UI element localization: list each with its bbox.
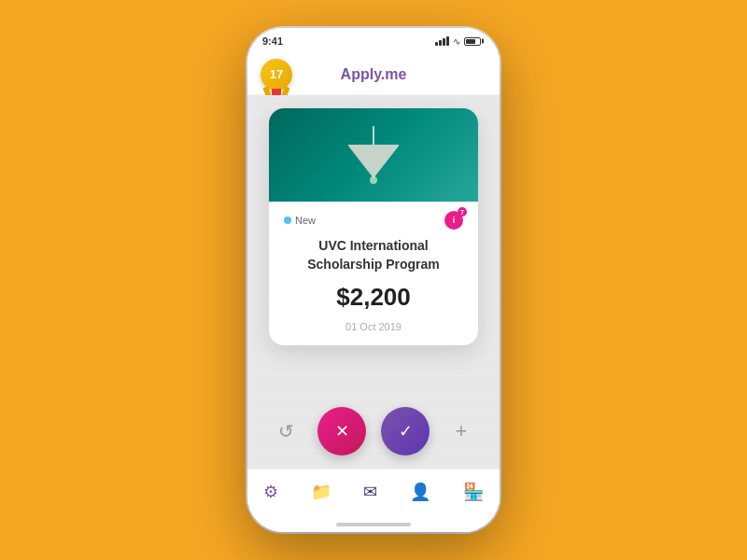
card-image bbox=[269, 108, 478, 202]
status-icons: ∿ bbox=[435, 36, 481, 47]
info-button[interactable]: i bbox=[444, 211, 463, 230]
add-button[interactable]: + bbox=[444, 414, 478, 448]
settings-icon: ⚙ bbox=[263, 482, 278, 502]
accept-button[interactable]: ✓ bbox=[381, 407, 430, 455]
card-date: 01 Oct 2019 bbox=[284, 321, 463, 332]
main-content: New i UVC International Scholarship Prog… bbox=[247, 95, 500, 394]
folder-icon: 📁 bbox=[311, 482, 331, 502]
undo-icon: ↺ bbox=[278, 420, 294, 442]
card-body: New i UVC International Scholarship Prog… bbox=[269, 202, 478, 345]
info-label: i bbox=[453, 216, 456, 225]
nav-item-store[interactable]: 🏪 bbox=[456, 478, 491, 506]
nav-item-profile[interactable]: 👤 bbox=[402, 478, 438, 506]
messages-icon: ✉ bbox=[363, 482, 377, 502]
card-title: UVC International Scholarship Program bbox=[284, 237, 463, 273]
app-logo: Apply.me bbox=[341, 66, 407, 83]
bottom-nav: ⚙ 📁 ✉ 👤 🏪 bbox=[247, 469, 500, 517]
new-badge: New bbox=[284, 215, 316, 226]
app-header: 17 Apply.me bbox=[247, 54, 500, 95]
reject-icon: ✕ bbox=[335, 421, 349, 441]
rank-badge: 17 bbox=[261, 59, 292, 91]
badge-number: 17 bbox=[270, 67, 283, 81]
profile-icon: 👤 bbox=[410, 482, 430, 502]
action-area: ↺ ✕ ✓ + bbox=[247, 394, 500, 469]
scholarship-card[interactable]: New i UVC International Scholarship Prog… bbox=[269, 108, 478, 345]
logo-dot: . bbox=[381, 66, 385, 82]
new-label: New bbox=[295, 215, 316, 226]
lamp-illustration bbox=[347, 126, 400, 184]
status-bar: 9:41 ∿ bbox=[247, 28, 500, 54]
undo-button[interactable]: ↺ bbox=[269, 414, 303, 448]
battery-icon bbox=[464, 37, 481, 46]
home-indicator bbox=[247, 517, 500, 532]
wifi-icon: ∿ bbox=[453, 36, 460, 47]
add-icon: + bbox=[456, 419, 468, 443]
new-dot bbox=[284, 217, 291, 224]
lamp-shade bbox=[347, 145, 400, 178]
phone-frame: 9:41 ∿ 17 Apply.me bbox=[247, 28, 500, 532]
card-meta: New i bbox=[284, 211, 463, 230]
store-icon: 🏪 bbox=[463, 482, 484, 502]
accept-icon: ✓ bbox=[399, 421, 413, 441]
nav-item-settings[interactable]: ⚙ bbox=[256, 478, 286, 506]
lamp-bulb bbox=[370, 176, 377, 184]
nav-item-messages[interactable]: ✉ bbox=[356, 478, 385, 506]
home-bar bbox=[336, 523, 411, 526]
lamp-cord bbox=[373, 126, 374, 145]
nav-item-folder[interactable]: 📁 bbox=[303, 478, 339, 506]
status-time: 9:41 bbox=[262, 35, 283, 47]
signal-icon bbox=[435, 36, 449, 46]
reject-button[interactable]: ✕ bbox=[317, 407, 366, 455]
card-amount: $2,200 bbox=[284, 283, 463, 312]
badge-container[interactable]: 17 bbox=[261, 59, 292, 91]
